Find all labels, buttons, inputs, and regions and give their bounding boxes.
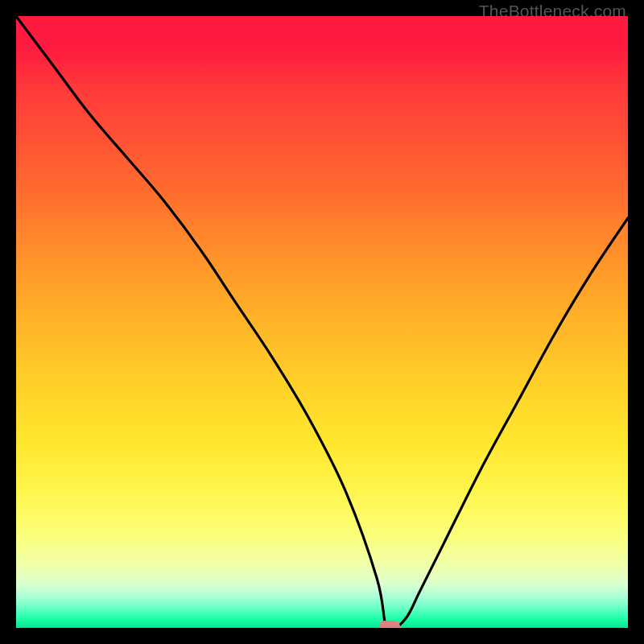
curve-layer <box>16 16 628 628</box>
plot-area <box>16 16 628 628</box>
bottleneck-curve <box>16 16 628 628</box>
optimum-marker <box>379 621 400 628</box>
chart-frame: TheBottleneck.com <box>0 0 644 644</box>
